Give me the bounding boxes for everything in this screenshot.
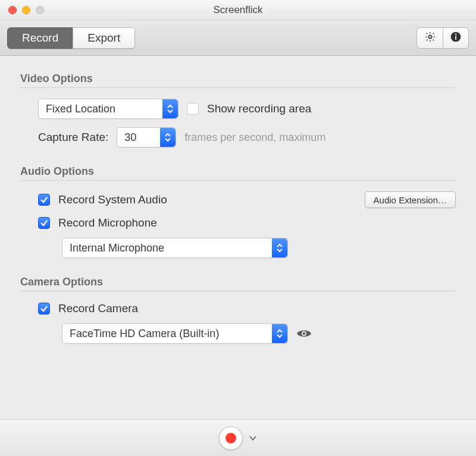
tab-export[interactable]: Export [73,27,135,49]
capture-rate-select[interactable]: 30 [117,127,176,147]
svg-point-0 [428,35,431,38]
tab-record[interactable]: Record [7,27,73,49]
camera-value: FaceTime HD Camera (Built-in) [70,328,219,340]
bottom-bar [0,419,476,456]
chevron-updown-icon [272,324,287,343]
capture-location-select[interactable]: Fixed Location [38,99,178,119]
settings-button[interactable] [416,27,443,49]
camera-select[interactable]: FaceTime HD Camera (Built-in) [62,323,288,344]
chevron-updown-icon [160,128,176,147]
video-options-section: Video Options Fixed Location Show record… [20,73,456,147]
svg-rect-2 [455,36,456,40]
info-button[interactable] [443,27,469,49]
capture-rate-label: Capture Rate: [38,131,108,144]
svg-point-5 [303,332,305,335]
video-options-title: Video Options [20,73,456,88]
microphone-value: Internal Microphone [70,242,164,254]
capture-rate-value: 30 [124,131,136,144]
gear-icon [424,31,436,45]
camera-preview-button[interactable] [296,328,312,339]
audio-options-section: Audio Options Record System Audio Audio … [20,165,456,258]
window-title: Screenflick [0,4,476,16]
record-button[interactable] [219,426,243,450]
content-area: Video Options Fixed Location Show record… [0,56,476,367]
microphone-select[interactable]: Internal Microphone [62,238,288,258]
titlebar: Screenflick [0,0,476,20]
camera-options-title: Camera Options [20,276,456,291]
camera-options-section: Camera Options Record Camera FaceTime HD… [20,276,456,344]
capture-location-value: Fixed Location [46,103,115,115]
capture-rate-hint: frames per second, maximum [184,131,325,144]
record-dot-icon [226,433,236,444]
chevron-updown-icon [162,99,178,118]
record-options-dropdown[interactable] [249,433,257,443]
info-icon [450,31,462,45]
record-camera-label[interactable]: Record Camera [58,302,138,315]
svg-point-3 [455,34,457,36]
record-system-audio-checkbox[interactable] [38,194,50,206]
record-system-audio-label[interactable]: Record System Audio [58,193,167,206]
show-recording-area-checkbox[interactable] [187,103,199,115]
record-microphone-label[interactable]: Record Microphone [58,216,157,229]
mode-segmented-control: Record Export [7,27,135,49]
toolbar: Record Export [0,20,476,56]
audio-options-title: Audio Options [20,165,456,181]
show-recording-area-label[interactable]: Show recording area [207,102,311,115]
record-microphone-checkbox[interactable] [38,217,50,229]
audio-extension-button[interactable]: Audio Extension… [365,191,456,208]
chevron-updown-icon [272,238,287,257]
record-camera-checkbox[interactable] [38,303,50,315]
